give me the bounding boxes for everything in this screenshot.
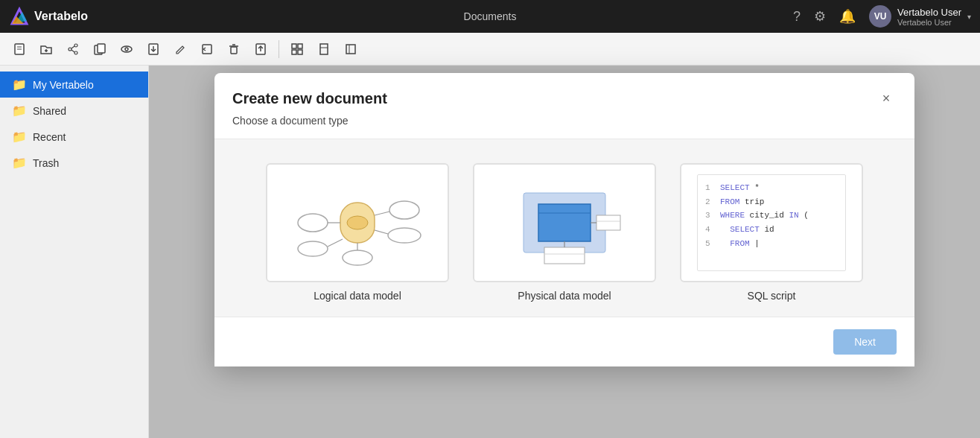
- user-name: Vertabelo User: [897, 7, 961, 18]
- create-document-modal: Create new document × Choose a document …: [214, 73, 914, 366]
- move-button[interactable]: [195, 37, 219, 61]
- settings-icon[interactable]: ⚙: [814, 8, 826, 25]
- navbar: Vertabelo Documents ? ⚙ 🔔 VU Vertabelo U…: [0, 0, 980, 33]
- user-sub: Vertabelo User: [897, 18, 961, 27]
- physical-card-inner: [474, 165, 655, 281]
- shared-icon: 📁: [12, 104, 27, 118]
- physical-card-label: Physical data model: [518, 290, 611, 302]
- logical-diagram: [287, 174, 428, 271]
- upload-button[interactable]: [249, 37, 273, 61]
- user-menu[interactable]: VU Vertabelo User Vertabelo User ▾: [869, 5, 971, 28]
- svg-line-43: [328, 239, 343, 247]
- svg-rect-47: [596, 215, 620, 230]
- modal-header: Create new document ×: [214, 73, 914, 109]
- svg-rect-20: [231, 47, 237, 54]
- tbicon1[interactable]: [285, 37, 309, 61]
- folder-icon: 📁: [12, 77, 27, 92]
- svg-point-10: [74, 51, 77, 54]
- sidebar-item-recent[interactable]: 📁 Recent: [0, 124, 148, 150]
- tbicon2[interactable]: [312, 37, 336, 61]
- svg-line-41: [375, 230, 388, 234]
- sidebar-item-label: Trash: [33, 157, 59, 169]
- svg-rect-27: [292, 50, 296, 54]
- physical-data-model-option[interactable]: Physical data model: [473, 163, 656, 302]
- edit-button[interactable]: [168, 37, 192, 61]
- svg-rect-29: [320, 44, 328, 54]
- modal-overlay: Create new document × Choose a document …: [149, 66, 980, 438]
- svg-point-8: [69, 48, 71, 51]
- sidebar-item-label: My Vertabelo: [33, 79, 94, 91]
- sql-preview: 1 SELECT * 2 FROM trip 3: [697, 174, 846, 271]
- svg-point-37: [343, 250, 372, 265]
- logical-data-model-option[interactable]: Logical data model: [266, 163, 449, 302]
- modal-title: Create new document: [232, 90, 387, 107]
- logical-card-label: Logical data model: [314, 290, 401, 302]
- sql-card[interactable]: 1 SELECT * 2 FROM trip 3: [680, 163, 863, 282]
- logical-card[interactable]: [266, 163, 449, 282]
- sql-card-inner: 1 SELECT * 2 FROM trip 3: [681, 165, 862, 281]
- svg-point-16: [125, 48, 128, 51]
- close-button[interactable]: ×: [876, 88, 897, 109]
- add-folder-button[interactable]: [34, 37, 58, 61]
- svg-point-33: [347, 216, 368, 229]
- chevron-down-icon: ▾: [967, 13, 971, 21]
- toolbar: [0, 33, 980, 66]
- navbar-right: ? ⚙ 🔔 VU Vertabelo User Vertabelo User ▾: [793, 5, 971, 28]
- physical-diagram: [494, 174, 635, 271]
- new-document-button[interactable]: [7, 37, 31, 61]
- svg-point-35: [389, 201, 419, 219]
- sql-script-option[interactable]: 1 SELECT * 2 FROM trip 3: [680, 163, 863, 302]
- export-button[interactable]: [141, 37, 165, 61]
- help-icon[interactable]: ?: [793, 9, 801, 25]
- logo-icon: [9, 6, 30, 27]
- svg-point-15: [121, 46, 132, 52]
- svg-rect-28: [298, 50, 302, 54]
- next-button[interactable]: Next: [833, 329, 897, 355]
- logical-card-inner: [267, 165, 448, 281]
- trash-icon: 📁: [12, 156, 27, 170]
- svg-rect-49: [544, 247, 585, 264]
- svg-rect-14: [98, 44, 105, 53]
- svg-line-40: [375, 212, 389, 215]
- sidebar-item-label: Recent: [33, 131, 66, 143]
- sql-card-label: SQL script: [748, 290, 796, 302]
- delete-button[interactable]: [222, 37, 246, 61]
- view-button[interactable]: [115, 37, 139, 61]
- physical-card[interactable]: [473, 163, 656, 282]
- modal-footer: Next: [214, 317, 914, 366]
- user-info: Vertabelo User Vertabelo User: [897, 7, 961, 27]
- modal-subtitle: Choose a document type: [214, 109, 914, 127]
- sidebar-item-label: Shared: [33, 105, 66, 117]
- main-layout: 📁 My Vertabelo 📁 Shared 📁 Recent 📁 Trash…: [0, 66, 980, 438]
- sidebar-item-shared[interactable]: 📁 Shared: [0, 98, 148, 124]
- recent-icon: 📁: [12, 130, 27, 144]
- sidebar: 📁 My Vertabelo 📁 Shared 📁 Recent 📁 Trash: [0, 66, 149, 438]
- svg-line-11: [71, 46, 74, 48]
- content-area: Create new document × Choose a document …: [149, 66, 980, 438]
- sidebar-item-my-vertabelo[interactable]: 📁 My Vertabelo: [0, 72, 148, 98]
- toolbar-separator: [279, 40, 279, 58]
- avatar: VU: [869, 5, 891, 28]
- svg-rect-26: [298, 44, 302, 48]
- logo-text: Vertabelo: [34, 10, 88, 23]
- sidebar-item-trash[interactable]: 📁 Trash: [0, 150, 148, 176]
- nav-title: Documents: [464, 10, 517, 22]
- svg-point-36: [388, 228, 421, 243]
- svg-point-9: [74, 44, 77, 47]
- modal-body: Logical data model: [214, 139, 914, 317]
- share-button[interactable]: [61, 37, 85, 61]
- notifications-icon[interactable]: 🔔: [839, 8, 856, 25]
- svg-line-12: [71, 50, 74, 52]
- svg-point-38: [298, 241, 328, 256]
- svg-point-34: [298, 214, 328, 232]
- svg-rect-25: [292, 44, 296, 48]
- logo[interactable]: Vertabelo: [9, 6, 88, 27]
- svg-rect-45: [538, 204, 591, 241]
- tbicon3[interactable]: [339, 37, 363, 61]
- duplicate-button[interactable]: [88, 37, 112, 61]
